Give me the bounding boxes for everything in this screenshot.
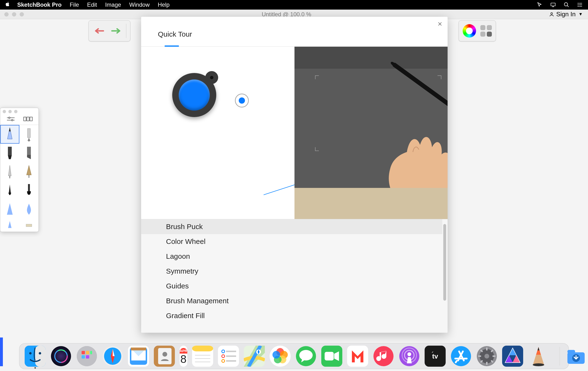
svg-point-36 — [29, 352, 32, 354]
spotlight-search-icon[interactable] — [563, 1, 570, 8]
tour-item-brush-puck[interactable]: Brush Puck — [141, 219, 442, 234]
menu-window[interactable]: Window — [129, 1, 149, 8]
undo-button[interactable] — [93, 24, 106, 38]
svg-point-125 — [533, 363, 544, 366]
minimize-window-button[interactable] — [12, 12, 16, 17]
svg-point-1 — [564, 3, 568, 6]
dock-finder[interactable] — [25, 346, 46, 367]
zoom-window-button[interactable] — [20, 12, 24, 17]
dock-calendar[interactable]: APR 8 — [180, 346, 187, 367]
svg-point-4 — [578, 4, 579, 5]
dock-reminders[interactable] — [218, 346, 239, 367]
menu-list-icon[interactable] — [577, 1, 583, 8]
quick-tour-scrollbar[interactable] — [443, 224, 446, 301]
brush-pencil[interactable] — [0, 125, 19, 144]
svg-rect-35 — [35, 346, 46, 367]
brush-grid — [0, 125, 39, 218]
quick-tour-illustration — [141, 47, 294, 219]
brush-puck-inner — [179, 79, 210, 110]
svg-marker-124 — [537, 347, 539, 350]
svg-marker-19 — [28, 138, 30, 141]
app-name[interactable]: SketchBook Pro — [17, 1, 62, 8]
brush-ink[interactable] — [0, 181, 19, 200]
dock-siri[interactable] — [51, 346, 72, 367]
svg-rect-72 — [226, 360, 236, 362]
dock-messages[interactable] — [295, 346, 316, 367]
svg-point-6 — [578, 6, 579, 7]
palette-traffic-lights[interactable] — [0, 108, 39, 114]
dock-settings[interactable] — [476, 346, 497, 367]
brush-sliders-icon[interactable] — [6, 116, 16, 122]
redo-button[interactable] — [109, 24, 123, 38]
dock-downloads[interactable] — [566, 346, 587, 367]
brush-marker[interactable] — [0, 144, 19, 162]
menu-edit[interactable]: Edit — [87, 1, 97, 8]
tour-item-lagoon[interactable]: Lagoon — [141, 249, 442, 264]
svg-rect-14 — [27, 117, 29, 121]
svg-rect-28 — [29, 175, 29, 178]
screen-mirror-icon[interactable] — [550, 1, 556, 8]
svg-rect-26 — [10, 176, 10, 178]
window-traffic-lights[interactable] — [4, 12, 24, 17]
dock-notes[interactable] — [192, 346, 213, 367]
quick-tour-video-preview[interactable] — [294, 47, 448, 219]
brush-flat[interactable] — [19, 218, 39, 231]
dock-maps[interactable] — [244, 346, 265, 367]
brush-technical-pen[interactable] — [19, 125, 39, 144]
panel-layout-button[interactable] — [480, 25, 492, 37]
brush-fine-pen[interactable] — [0, 162, 19, 181]
svg-marker-32 — [8, 221, 11, 228]
brush-waterdrop[interactable] — [19, 200, 39, 218]
svg-rect-13 — [24, 117, 26, 121]
cursor-icon[interactable] — [536, 1, 543, 8]
svg-marker-25 — [8, 165, 11, 176]
menu-image[interactable]: Image — [105, 1, 121, 8]
brush-grid-icon[interactable] — [23, 116, 33, 122]
tour-item-color-wheel[interactable]: Color Wheel — [141, 234, 442, 249]
brush-nib-pen[interactable] — [19, 162, 39, 181]
brush-chisel[interactable] — [19, 144, 39, 162]
brush-puck-tab-icon — [205, 71, 218, 84]
dock-mail[interactable] — [128, 346, 149, 367]
dock-contacts[interactable] — [154, 346, 175, 367]
svg-point-8 — [551, 12, 553, 14]
dock-music[interactable] — [373, 346, 394, 367]
app-toolbar-right — [459, 20, 496, 41]
dock-photos[interactable] — [270, 346, 291, 367]
svg-point-38 — [51, 346, 71, 366]
svg-marker-24 — [27, 155, 31, 159]
brush-soft-cone[interactable] — [0, 200, 19, 218]
svg-rect-21 — [8, 147, 12, 155]
svg-rect-5 — [579, 5, 582, 5]
toolbar-divider — [126, 24, 126, 38]
close-modal-button[interactable] — [436, 20, 444, 28]
app-toolbar — [88, 20, 130, 41]
menu-file[interactable]: File — [70, 1, 79, 8]
dock-podcasts[interactable] — [399, 346, 420, 367]
svg-point-37 — [39, 352, 41, 354]
svg-rect-46 — [90, 351, 92, 354]
color-wheel-button[interactable] — [463, 24, 476, 38]
dock-affinity-photo[interactable] — [502, 346, 523, 367]
tour-item-gradient-fill[interactable]: Gradient Fill — [141, 308, 442, 323]
apple-menu-icon[interactable] — [5, 1, 10, 9]
menu-help[interactable]: Help — [158, 1, 169, 8]
dock-appstore[interactable] — [451, 346, 472, 367]
svg-rect-44 — [82, 351, 85, 354]
dock-launchpad[interactable] — [76, 346, 97, 367]
tour-item-symmetry[interactable]: Symmetry — [141, 264, 442, 279]
dock-news[interactable] — [347, 346, 368, 367]
brush-calligraphy[interactable] — [19, 181, 39, 200]
dock-facetime[interactable] — [321, 346, 342, 367]
brush-small-cone[interactable] — [0, 218, 19, 231]
svg-line-105 — [456, 361, 457, 362]
close-window-button[interactable] — [4, 12, 9, 17]
sign-in-button[interactable]: Sign In ▼ — [549, 11, 583, 18]
tour-item-brush-management[interactable]: Brush Management — [141, 294, 442, 308]
svg-rect-45 — [86, 351, 89, 354]
dock-safari[interactable] — [102, 346, 123, 367]
tour-item-guides[interactable]: Guides — [141, 279, 442, 294]
dock-appletv[interactable]: tv — [425, 346, 446, 367]
brush-size-preview-icon — [235, 94, 249, 108]
dock-sketchbook[interactable] — [528, 346, 549, 367]
